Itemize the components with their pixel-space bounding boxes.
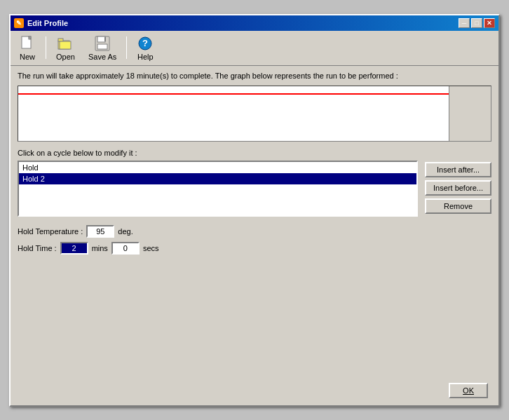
svg-rect-5 [60,41,71,49]
hold-time-label: Hold Time : [18,244,57,252]
hold-temperature-input[interactable] [86,225,114,238]
svg-rect-4 [58,39,63,41]
window-icon: ✎ [14,18,24,28]
insert-after-button[interactable]: Insert after... [425,162,491,177]
close-button[interactable]: ✕ [484,18,495,28]
info-text: The run will take approximately 18 minut… [18,72,491,80]
save-as-label: Save As [88,53,116,61]
cycle-area: Hold Hold 2 Insert after... Insert befor… [18,161,491,217]
hold-time-row: Hold Time : mins secs [18,242,491,255]
window-title: Edit Profile [27,19,68,27]
cycle-item-hold2[interactable]: Hold 2 [19,173,416,184]
toolbar: New Open Save As [11,31,498,66]
open-label: Open [56,53,75,61]
svg-rect-9 [104,37,106,41]
cycle-item-hold[interactable]: Hold [19,162,416,173]
maximize-button[interactable]: □ [471,18,482,28]
svg-rect-7 [97,36,105,42]
new-button[interactable]: New [14,33,41,63]
help-button[interactable]: ? Help [132,33,158,63]
graph-area [18,86,491,142]
cycle-buttons: Insert after... Insert before... Remove [425,161,491,217]
open-icon [57,35,74,52]
hold-temperature-row: Hold Temperature : deg. [18,225,491,238]
title-bar: ✎ Edit Profile ─ □ ✕ [11,15,498,31]
new-label: New [20,53,35,61]
ok-button[interactable]: OK [449,383,488,398]
help-icon: ? [137,35,154,52]
ok-bar: OK [449,383,488,398]
toolbar-separator-1 [46,36,46,59]
hold-time-secs-unit: secs [143,244,159,252]
remove-button[interactable]: Remove [425,198,491,214]
graph-main [18,86,449,141]
insert-before-button[interactable]: Insert before... [425,180,491,196]
minimize-button[interactable]: ─ [459,18,470,28]
content-area: The run will take approximately 18 minut… [11,66,498,264]
cycle-list[interactable]: Hold Hold 2 [18,161,418,217]
graph-red-line [18,93,449,95]
svg-text:?: ? [142,38,148,48]
hold-temperature-unit: deg. [118,227,133,236]
title-bar-buttons: ─ □ ✕ [459,18,495,28]
svg-rect-8 [97,44,107,49]
cycle-section-label: Click on a cycle below to modify it : [18,149,491,157]
graph-sidebar [449,86,491,141]
hold-time-mins-input[interactable] [60,242,88,255]
save-as-button[interactable]: Save As [83,33,121,63]
open-button[interactable]: Open [51,33,80,63]
new-icon [19,35,36,52]
toolbar-separator-2 [126,36,127,59]
hold-time-secs-input[interactable] [111,242,140,255]
save-as-icon [94,35,111,52]
help-label: Help [137,53,154,61]
edit-profile-window: ✎ Edit Profile ─ □ ✕ New [9,14,500,407]
hold-time-mins-unit: mins [92,244,108,252]
hold-temperature-label: Hold Temperature : [18,227,83,236]
